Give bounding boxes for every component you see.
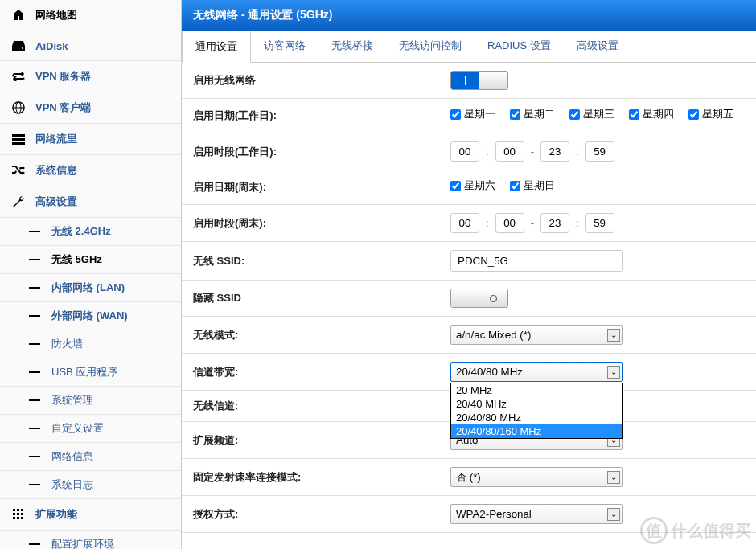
wrench-icon	[11, 195, 26, 208]
sidebar-label: VPN 服务器	[35, 69, 91, 84]
wifi-mode-label: 无线模式:	[193, 328, 450, 342]
weekday-m1[interactable]	[495, 141, 524, 162]
sidebar-label: 网络地图	[35, 8, 77, 23]
sidebar-label: 网络流里	[35, 132, 77, 146]
check-sat[interactable]: 星期六	[450, 178, 495, 193]
check-sun[interactable]: 星期日	[510, 178, 555, 193]
bandwidth-option-20408016[interactable]: 20/40/80/160 MHz	[451, 424, 622, 438]
weekend-h2[interactable]	[540, 213, 569, 233]
weekend-m2[interactable]	[585, 213, 614, 233]
weekend-time-label: 启用时段(周末):	[193, 216, 450, 231]
check-tue[interactable]: 星期二	[510, 107, 555, 121]
sidebar-sub-wireless-5[interactable]: 无线 5GHz	[0, 246, 181, 274]
dash-icon	[29, 259, 40, 260]
main-content: 无线网络 - 通用设置 (5GHz) 通用设置 访客网络 无线桥接 无线访问控制…	[182, 0, 756, 549]
fixed-rate-label: 固定发射速率连接模式:	[193, 470, 450, 485]
sidebar-item-extensions[interactable]: 扩展功能	[0, 499, 181, 531]
sidebar-item-vpn-server[interactable]: VPN 服务器	[0, 61, 181, 92]
bandwidth-option-2040[interactable]: 20/40 MHz	[451, 397, 622, 411]
svg-rect-10	[13, 513, 15, 515]
bandwidth-option-20[interactable]: 20 MHz	[451, 383, 622, 397]
sidebar-item-network-map[interactable]: 网络地图	[0, 0, 181, 31]
sidebar-label: VPN 客户端	[35, 100, 91, 115]
sidebar-item-advanced[interactable]: 高级设置	[0, 186, 181, 218]
tab-advanced[interactable]: 高级设置	[564, 31, 631, 62]
svg-rect-6	[12, 142, 25, 145]
tab-guest[interactable]: 访客网络	[251, 31, 318, 62]
sidebar-item-system-info[interactable]: 系统信息	[0, 155, 181, 186]
weekend-m1[interactable]	[495, 213, 524, 233]
bars-icon	[11, 133, 26, 145]
channel-label: 无线信道:	[193, 399, 450, 413]
dash-icon	[29, 343, 40, 345]
bandwidth-option-204080[interactable]: 20/40/80 MHz	[451, 411, 622, 424]
svg-rect-12	[21, 513, 23, 515]
dash-icon	[29, 371, 40, 373]
sidebar-label: AiDisk	[35, 40, 68, 52]
sidebar-sub-syslog[interactable]: 系统日志	[0, 471, 181, 499]
page-title: 无线网络 - 通用设置 (5GHz)	[182, 0, 756, 31]
sidebar: 网络地图 AiDisk VPN 服务器 VPN 客户端 网络流里 系统信息 高级…	[0, 0, 182, 549]
dash-icon	[29, 543, 40, 545]
sidebar-sub-ext-config[interactable]: 配置扩展环境	[0, 531, 181, 549]
weekday-label: 启用日期(工作日):	[193, 109, 450, 123]
enable-wifi-toggle[interactable]	[450, 71, 508, 90]
sidebar-item-aidisk[interactable]: AiDisk	[0, 31, 181, 61]
svg-rect-7	[13, 509, 15, 511]
hide-ssid-toggle[interactable]: O	[450, 289, 508, 308]
ssid-label: 无线 SSID:	[193, 254, 450, 268]
sidebar-label: 高级设置	[35, 195, 77, 209]
dash-icon	[29, 315, 40, 317]
sidebar-sub-netinfo[interactable]: 网络信息	[0, 443, 181, 471]
svg-rect-9	[21, 509, 23, 511]
dash-icon	[29, 231, 40, 232]
svg-rect-14	[17, 517, 19, 519]
fixed-rate-select[interactable]	[450, 467, 623, 487]
weekend-h1[interactable]	[450, 213, 479, 233]
sidebar-sub-lan[interactable]: 内部网络 (LAN)	[0, 274, 181, 302]
svg-rect-5	[12, 138, 25, 141]
tab-bridge[interactable]: 无线桥接	[318, 31, 386, 62]
weekday-m2[interactable]	[585, 141, 614, 162]
check-thu[interactable]: 星期四	[629, 107, 674, 121]
svg-rect-15	[21, 517, 23, 519]
wifi-mode-select[interactable]	[450, 325, 623, 345]
sidebar-item-vpn-client[interactable]: VPN 客户端	[0, 92, 181, 124]
sidebar-sub-usb[interactable]: USB 应用程序	[0, 358, 181, 387]
bandwidth-select[interactable]	[450, 362, 623, 382]
sidebar-label: 系统信息	[35, 163, 77, 178]
weekday-h2[interactable]	[540, 141, 569, 162]
hide-ssid-label: 隐藏 SSID	[193, 291, 450, 305]
dash-icon	[29, 484, 40, 485]
weekday-time-label: 启用时段(工作日):	[193, 145, 450, 159]
tab-radius[interactable]: RADIUS 设置	[475, 31, 564, 62]
dash-icon	[29, 428, 40, 429]
sidebar-item-network-traffic[interactable]: 网络流里	[0, 124, 181, 155]
grid-icon	[11, 508, 26, 521]
svg-rect-8	[17, 509, 19, 511]
tab-general[interactable]: 通用设置	[182, 31, 251, 63]
dash-icon	[29, 287, 40, 289]
globe-icon	[11, 101, 26, 114]
shuffle-icon	[11, 164, 26, 177]
svg-rect-11	[17, 513, 19, 515]
ssid-input[interactable]	[450, 250, 623, 272]
tab-bar: 通用设置 访客网络 无线桥接 无线访问控制 RADIUS 设置 高级设置	[182, 31, 756, 63]
sidebar-label: 扩展功能	[35, 507, 77, 522]
sidebar-sub-wireless-24[interactable]: 无线 2.4GHz	[0, 218, 181, 246]
sidebar-sub-firewall[interactable]: 防火墙	[0, 330, 181, 358]
check-wed[interactable]: 星期三	[569, 107, 614, 121]
disk-icon	[11, 39, 26, 52]
bandwidth-dropdown: 20 MHz 20/40 MHz 20/40/80 MHz 20/40/80/1…	[450, 383, 623, 439]
weekday-h1[interactable]	[450, 141, 479, 162]
svg-rect-13	[13, 517, 15, 519]
auth-select[interactable]	[450, 504, 623, 524]
repeat-icon	[11, 70, 26, 83]
sidebar-sub-sysadmin[interactable]: 系统管理	[0, 387, 181, 415]
sidebar-sub-custom[interactable]: 自定义设置	[0, 415, 181, 443]
sidebar-sub-wan[interactable]: 外部网络 (WAN)	[0, 302, 181, 330]
tab-access[interactable]: 无线访问控制	[386, 31, 475, 62]
check-fri[interactable]: 星期五	[688, 107, 733, 121]
check-mon[interactable]: 星期一	[450, 107, 495, 121]
ext-channel-label: 扩展频道:	[193, 433, 450, 448]
